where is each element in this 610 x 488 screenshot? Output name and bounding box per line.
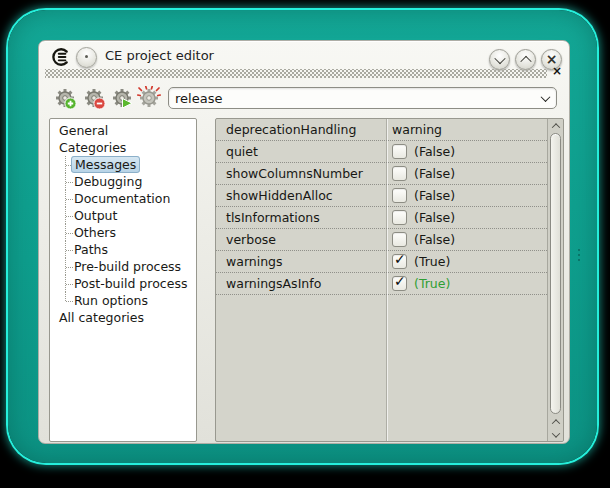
minimize-button[interactable] — [489, 49, 510, 70]
scroll-down-button[interactable] — [548, 428, 563, 441]
chevron-up-icon — [520, 55, 531, 66]
property-value-cell: (False) — [387, 232, 455, 247]
sidebar-item-post-build-process[interactable]: Post-build process — [50, 275, 196, 292]
sidebar-item-label: Pre-build process — [74, 259, 181, 274]
scrollbar-track[interactable] — [548, 132, 563, 415]
sidebar-item-label: Debugging — [74, 174, 142, 189]
property-value: (False) — [414, 232, 455, 247]
sidebar-item-all-categories[interactable]: All categories — [50, 309, 196, 326]
property-value-cell: (False) — [387, 188, 455, 203]
checkbox-unchecked[interactable] — [392, 188, 407, 203]
chevron-down-icon — [494, 52, 505, 63]
gear-broken-icon — [137, 86, 161, 110]
property-value-cell: warning — [387, 122, 442, 137]
table-row-warningsasinfo[interactable]: warningsAsInfo✓(True) — [216, 273, 547, 295]
property-value-cell: (False) — [387, 210, 455, 225]
vertical-scrollbar[interactable] — [547, 119, 563, 441]
sidebar-item-debugging[interactable]: Debugging — [50, 173, 196, 190]
remove-target-button[interactable] — [82, 86, 106, 110]
combobox-dropdown-button[interactable] — [534, 95, 556, 102]
property-value: (False) — [414, 144, 455, 159]
sidebar-item-paths[interactable]: Paths — [50, 241, 196, 258]
app-logo-icon — [50, 47, 70, 67]
property-value: (True) — [414, 254, 450, 269]
sidebar-item-documentation[interactable]: Documentation — [50, 190, 196, 207]
sidebar-item-label: Categories — [59, 140, 126, 155]
toolbar-close-icon[interactable]: × — [552, 64, 562, 78]
sidebar-item-label: Documentation — [74, 191, 170, 206]
dot-icon — [85, 55, 88, 58]
build-target-combobox[interactable]: release — [168, 87, 557, 109]
check-icon: ✓ — [394, 251, 406, 267]
property-name: warningsAsInfo — [216, 276, 387, 291]
property-name: showColumnsNumber — [216, 166, 387, 181]
property-value-cell: (False) — [387, 166, 455, 181]
checkbox-unchecked[interactable] — [392, 166, 407, 181]
property-value: warning — [392, 122, 442, 137]
toolbar-drag-handle[interactable] — [45, 69, 547, 78]
property-value-cell: (False) — [387, 144, 455, 159]
property-value-cell: ✓(True) — [387, 276, 450, 291]
property-value: (False) — [414, 210, 455, 225]
checkbox-unchecked[interactable] — [392, 232, 407, 247]
gear-minus-icon — [82, 86, 106, 110]
table-row-verbose[interactable]: verbose(False) — [216, 229, 547, 251]
checkbox-checked[interactable]: ✓ — [392, 276, 407, 291]
sidebar-item-label: Paths — [74, 242, 108, 257]
chevron-down-icon — [540, 92, 550, 102]
checkbox-unchecked[interactable] — [392, 144, 407, 159]
sidebar-item-pre-build-process[interactable]: Pre-build process — [50, 258, 196, 275]
properties-panel: deprecationHandlingwarningquiet(False)sh… — [215, 118, 564, 442]
chevron-up-icon — [551, 419, 559, 427]
maximize-button[interactable] — [515, 49, 536, 70]
add-target-button[interactable] — [53, 86, 77, 110]
sidebar-item-messages[interactable]: Messages — [50, 156, 196, 173]
titlebar[interactable]: CE project editor × — [39, 41, 569, 71]
checkbox-checked[interactable]: ✓ — [392, 254, 407, 269]
copy-target-button[interactable] — [110, 86, 134, 110]
table-row-showcolumnsnumber[interactable]: showColumnsNumber(False) — [216, 163, 547, 185]
combobox-value[interactable]: release — [169, 91, 534, 106]
sidebar-item-categories[interactable]: Categories — [50, 139, 196, 156]
sidebar-item-label: All categories — [59, 310, 144, 325]
sidebar-item-general[interactable]: General — [50, 122, 196, 139]
rename-target-button[interactable] — [137, 86, 161, 110]
gear-plus-icon — [53, 86, 77, 110]
property-name: warnings — [216, 254, 387, 269]
sidebar-item-label: Run options — [74, 293, 148, 308]
property-name: quiet — [216, 144, 387, 159]
category-tree: GeneralCategoriesMessagesDebuggingDocume… — [49, 118, 197, 442]
sidebar-item-label: Messages — [71, 156, 140, 173]
table-row-showhiddenalloc[interactable]: showHiddenAlloc(False) — [216, 185, 547, 207]
sidebar-item-label: Others — [74, 225, 116, 240]
property-name: tlsInformations — [216, 210, 387, 225]
scroll-up-button-bottom[interactable] — [548, 415, 563, 428]
check-icon: ✓ — [394, 273, 406, 289]
window-menu-button[interactable] — [76, 47, 97, 68]
sidebar-item-output[interactable]: Output — [50, 207, 196, 224]
property-value: (False) — [414, 188, 455, 203]
property-name: verbose — [216, 232, 387, 247]
property-name: showHiddenAlloc — [216, 188, 387, 203]
property-value-cell: ✓(True) — [387, 254, 450, 269]
scroll-up-button[interactable] — [548, 119, 563, 132]
sidebar-item-others[interactable]: Others — [50, 224, 196, 241]
property-value: (False) — [414, 166, 455, 181]
property-name: deprecationHandling — [216, 122, 387, 137]
table-row-quiet[interactable]: quiet(False) — [216, 141, 547, 163]
scrollbar-thumb[interactable] — [550, 133, 561, 414]
app-window: CE project editor × × — [38, 40, 570, 444]
checkbox-unchecked[interactable] — [392, 210, 407, 225]
sidebar-item-run-options[interactable]: Run options — [50, 292, 196, 309]
table-row-warnings[interactable]: warnings✓(True) — [216, 251, 547, 273]
properties-table: deprecationHandlingwarningquiet(False)sh… — [216, 119, 547, 441]
sidebar-item-label: General — [59, 123, 108, 138]
sidebar-item-label: Post-build process — [74, 276, 187, 291]
window-title: CE project editor — [105, 48, 214, 63]
chevron-up-icon — [551, 123, 559, 131]
table-row-tlsinformations[interactable]: tlsInformations(False) — [216, 207, 547, 229]
chevron-down-icon — [551, 429, 559, 437]
table-row-deprecationhandling[interactable]: deprecationHandlingwarning — [216, 119, 547, 141]
sidebar-item-label: Output — [74, 208, 117, 223]
resize-grip-dots[interactable] — [578, 246, 581, 264]
